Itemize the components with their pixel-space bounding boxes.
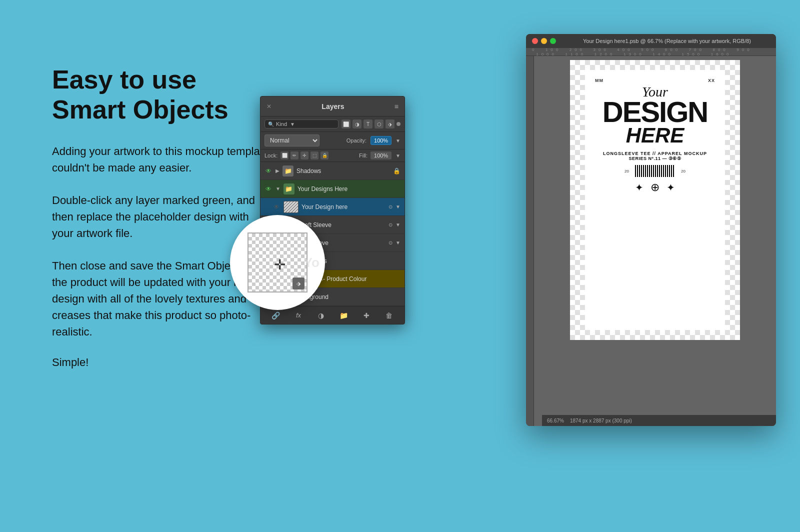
panel-close-icon[interactable]: ✕ xyxy=(266,103,272,110)
status-dimensions: 1874 px x 2887 px (300 ppi) xyxy=(570,418,632,424)
toolbar-delete-button[interactable]: 🗑 xyxy=(383,310,395,322)
fx-label: fx xyxy=(296,312,301,319)
opacity-dropdown-arrow[interactable]: ▼ xyxy=(396,138,400,144)
layer-smart-icon-your-design: ⊙ xyxy=(388,204,392,210)
traffic-lights xyxy=(532,38,556,44)
layers-search[interactable]: 🔍 Kind ▼ xyxy=(264,120,338,128)
design-star-left: ✦ xyxy=(635,182,644,194)
design-here-text: HERE xyxy=(602,125,708,146)
design-main-text: Your DESIGN HERE xyxy=(602,85,708,146)
design-globe: ⊕ xyxy=(650,181,660,194)
so-badge-icon: ⬗ xyxy=(296,280,300,287)
ps-ruler-horizontal: 0 100 200 300 400 500 600 700 800 900 10… xyxy=(526,48,776,56)
search-icon: 🔍 xyxy=(268,122,274,127)
layer-expand-shadows[interactable]: ▶ xyxy=(276,168,280,174)
move-cursor-icon: ✛ xyxy=(274,256,286,273)
toolbar-add-button[interactable]: ✚ xyxy=(360,310,372,322)
layer-name-shadows: Shadows xyxy=(296,168,390,174)
design-star-right: ✦ xyxy=(666,182,675,194)
ps-canvas-wrapper: MM XX Your DESIGN HERE LONGSLEEVE TEE //… xyxy=(534,56,776,426)
add-icon: ✚ xyxy=(364,312,370,320)
so-badge: ⬗ xyxy=(292,278,304,290)
layer-eye-your-design[interactable]: 👁 xyxy=(272,203,280,211)
lock-label: Lock: xyxy=(264,152,278,158)
partial-text-yo: Yo xyxy=(304,255,320,270)
layer-item-shadows[interactable]: 👁 ▶ 📁 Shadows 🔒 xyxy=(260,162,404,180)
layers-panel-menu-icon[interactable]: ≡ xyxy=(394,102,398,110)
filter-smart-icon[interactable]: ⬗ xyxy=(386,120,394,128)
design-series: SERIES Nº.11 — ③⑥⑤ xyxy=(629,156,682,161)
lock-icons-group: ⬜ ✏ ✛ ⬚ 🔒 xyxy=(280,152,328,160)
ps-canvas-section: MM XX Your DESIGN HERE LONGSLEEVE TEE //… xyxy=(526,56,776,426)
design-icons-row: ✦ ⊕ ✦ xyxy=(635,181,675,194)
layer-item-your-designs[interactable]: 👁 ▼ 📁 Your Designs Here xyxy=(260,180,404,198)
design-content: MM XX Your DESIGN HERE LONGSLEEVE TEE //… xyxy=(585,70,725,330)
toolbar-link-button[interactable]: 🔗 xyxy=(270,310,282,322)
lock-position-icon[interactable]: ✛ xyxy=(300,152,308,160)
filter-shape-icon[interactable]: ⬡ xyxy=(374,120,384,128)
design-design-text: DESIGN xyxy=(602,99,708,125)
layer-name-product-colour: <- Product Colour xyxy=(320,276,400,282)
status-zoom: 66.67% xyxy=(547,418,564,424)
kind-dropdown-arrow[interactable]: ▼ xyxy=(290,122,295,127)
photoshop-window: Your Design here1.psb @ 66.7% (Replace w… xyxy=(526,34,776,426)
link-icon: 🔗 xyxy=(272,312,280,320)
layer-arrow-left-sleeve[interactable]: ▼ xyxy=(396,222,400,228)
layer-arrow-right-sleeve[interactable]: ▼ xyxy=(396,240,400,246)
smart-object-zoom-circle: ✛ ⬗ Yo xyxy=(230,215,325,310)
maximize-button[interactable] xyxy=(550,38,556,44)
filter-pixel-icon[interactable]: ⬜ xyxy=(342,120,350,128)
layer-eye-shadows[interactable]: 👁 xyxy=(264,167,272,175)
ps-ruler-vertical xyxy=(526,56,534,426)
lock-artboard-icon[interactable]: ⬚ xyxy=(310,152,318,160)
lock-all-icon[interactable]: 🔒 xyxy=(320,152,328,160)
filter-icons-group: ⬜ ◑ T ⬡ ⬗ xyxy=(342,120,400,128)
filter-toggle[interactable] xyxy=(396,122,400,126)
layer-eye-your-designs[interactable]: 👁 xyxy=(264,185,272,193)
toolbar-adjust-button[interactable]: ◑ xyxy=(315,310,327,322)
search-kind-label: Kind xyxy=(276,121,287,127)
layers-filter-row: 🔍 Kind ▼ ⬜ ◑ T ⬡ ⬗ xyxy=(260,116,404,132)
layer-item-your-design-here[interactable]: 👁 Your Design here ⊙ ▼ xyxy=(260,198,404,216)
filter-adjust-icon[interactable]: ◑ xyxy=(352,120,362,128)
smart-object-zoom-inner: ✛ ⬗ Yo xyxy=(232,216,324,308)
paragraph-1: Adding your artwork to this mockup templ… xyxy=(52,143,272,176)
layer-arrow-your-design[interactable]: ▼ xyxy=(396,204,400,210)
lock-image-icon[interactable]: ✏ xyxy=(290,152,298,160)
layer-name-your-designs: Your Designs Here xyxy=(298,186,400,192)
design-year-left: 20 xyxy=(624,169,629,174)
minimize-button[interactable] xyxy=(541,38,547,44)
opacity-value[interactable]: 100% xyxy=(370,136,392,145)
paragraph-4: Simple! xyxy=(52,356,272,369)
layer-lock-shadows: 🔒 xyxy=(393,168,400,174)
circle-half-icon: ◑ xyxy=(318,312,324,320)
lock-transparent-icon[interactable]: ⬜ xyxy=(280,152,288,160)
ps-titlebar: Your Design here1.psb @ 66.7% (Replace w… xyxy=(526,34,776,48)
design-top-row: MM XX xyxy=(595,78,715,83)
main-title: Easy to use Smart Objects xyxy=(52,65,272,125)
toolbar-folder-button[interactable]: 📁 xyxy=(338,310,350,322)
design-top-left: MM xyxy=(595,78,604,83)
fill-label: Fill: xyxy=(359,152,368,158)
close-button[interactable] xyxy=(532,38,538,44)
opacity-label: Opacity: xyxy=(346,138,366,144)
fill-value[interactable]: 100% xyxy=(370,152,392,160)
design-barcode-row: 20 20 xyxy=(624,165,686,177)
layers-blend-row: Normal Multiply Screen Overlay Opacity: … xyxy=(260,132,404,150)
fill-dropdown-arrow[interactable]: ▼ xyxy=(396,153,400,158)
smart-object-thumbnail: ✛ ⬗ xyxy=(248,232,308,292)
window-title: Your Design here1.psb @ 66.7% (Replace w… xyxy=(564,38,770,44)
layer-expand-your-designs[interactable]: ▼ xyxy=(276,186,280,192)
blend-mode-select[interactable]: Normal Multiply Screen Overlay xyxy=(264,134,320,146)
layers-panel-title: Layers xyxy=(322,102,344,110)
design-subtitle: LONGSLEEVE TEE // APPAREL MOCKUP xyxy=(603,151,707,156)
ps-canvas: MM XX Your DESIGN HERE LONGSLEEVE TEE //… xyxy=(570,60,740,340)
trash-icon: 🗑 xyxy=(386,312,392,320)
toolbar-fx-button[interactable]: fx xyxy=(292,310,304,322)
design-barcode xyxy=(635,165,675,177)
ps-window-body: 0 100 200 300 400 500 600 700 800 900 10… xyxy=(526,48,776,426)
filter-type-icon[interactable]: T xyxy=(364,120,372,128)
design-year-right: 20 xyxy=(681,169,686,174)
layer-name-your-design: Your Design here xyxy=(302,204,386,210)
layer-thumb-your-design xyxy=(284,201,298,213)
